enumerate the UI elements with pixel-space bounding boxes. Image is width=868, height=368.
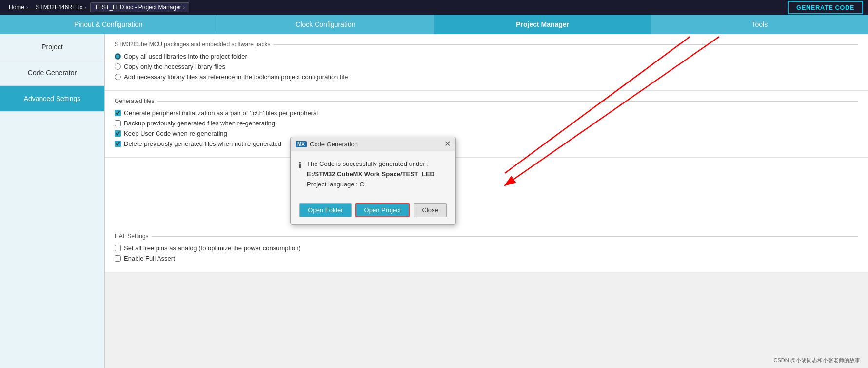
- generate-code-button[interactable]: GENERATE CODE: [788, 1, 863, 14]
- radio-copy-all-input[interactable]: [115, 53, 121, 60]
- radio-add-reference: Add necessary library files as reference…: [115, 73, 858, 81]
- chk-free-pins: Set all free pins as analog (to optimize…: [115, 245, 858, 252]
- breadcrumb-project[interactable]: TEST_LED.ioc - Project Manager ›: [90, 2, 189, 12]
- breadcrumb-chevron-2: ›: [183, 5, 185, 10]
- content-wrapper: STM32Cube MCU packages and embedded soft…: [105, 34, 868, 368]
- tab-project-manager[interactable]: Project Manager: [434, 15, 651, 34]
- main-nav: Pinout & Configuration Clock Configurati…: [0, 15, 868, 34]
- chk-backup-input[interactable]: [115, 120, 121, 126]
- mcu-packages-section: STM32Cube MCU packages and embedded soft…: [105, 34, 868, 91]
- radio-add-reference-input[interactable]: [115, 74, 121, 80]
- radio-copy-necessary-label: Copy only the necessary library files: [124, 63, 225, 70]
- tab-pinout[interactable]: Pinout & Configuration: [0, 15, 217, 34]
- breadcrumb-project-label: TEST_LED.ioc - Project Manager: [95, 4, 181, 11]
- chk-free-pins-input[interactable]: [115, 245, 121, 251]
- footer-watermark: CSDN @小胡同志和小张老师的故事: [774, 357, 860, 364]
- dialog-close-button[interactable]: ✕: [444, 140, 451, 148]
- radio-copy-all: Copy all used libraries into the project…: [115, 53, 858, 60]
- generated-files-title: Generated files: [115, 98, 858, 104]
- top-bar: Home › STM32F446RETx › TEST_LED.ioc - Pr…: [0, 0, 868, 15]
- dialog-message-line1: The Code is successfully generated under…: [307, 159, 434, 169]
- chk-backup: Backup previously generated files when r…: [115, 120, 858, 127]
- breadcrumb-chip-label: STM32F446RETx: [36, 4, 82, 11]
- chk-generate-peripheral-input[interactable]: [115, 110, 121, 116]
- chk-delete-files: Delete previously generated files when n…: [115, 140, 858, 147]
- dialog-footer: Open Folder Open Project Close: [291, 199, 455, 224]
- chk-keep-user-code-input[interactable]: [115, 130, 121, 137]
- dialog-title-area: MX Code Generation: [296, 141, 358, 148]
- mcu-packages-title: STM32Cube MCU packages and embedded soft…: [115, 41, 858, 48]
- hal-settings-title: HAL Settings: [115, 233, 858, 240]
- sidebar-item-advanced-settings[interactable]: Advanced Settings: [0, 86, 104, 112]
- dialog-header: MX Code Generation ✕: [291, 137, 455, 151]
- chk-backup-label: Backup previously generated files when r…: [124, 120, 275, 127]
- tab-tools[interactable]: Tools: [651, 15, 868, 34]
- dialog-body: ℹ The Code is successfully generated und…: [291, 151, 455, 199]
- hal-settings-section: HAL Settings Set all free pins as analog…: [105, 226, 868, 272]
- radio-copy-necessary: Copy only the necessary library files: [115, 63, 858, 70]
- breadcrumb-chevron-0: ›: [26, 5, 28, 10]
- chk-delete-files-input[interactable]: [115, 141, 121, 147]
- close-button[interactable]: Close: [414, 203, 446, 217]
- dialog-info-row: ℹ The Code is successfully generated und…: [298, 159, 448, 189]
- chk-full-assert: Enable Full Assert: [115, 255, 858, 262]
- chk-keep-user-code-label: Keep User Code when re-generating: [124, 130, 227, 137]
- chk-delete-files-label: Delete previously generated files when n…: [124, 140, 281, 147]
- info-icon: ℹ: [298, 160, 302, 171]
- dialog-message: The Code is successfully generated under…: [307, 159, 434, 189]
- generated-files-section: Generated files Generate peripheral init…: [105, 91, 868, 158]
- dialog-path: E:/STM32 CubeMX Work Space/TEST_LED: [307, 169, 434, 180]
- sidebar: Project Code Generator Advanced Settings: [0, 34, 105, 368]
- tab-pinout-label: Pinout & Configuration: [74, 20, 142, 28]
- radio-add-reference-label: Add necessary library files as reference…: [124, 73, 348, 81]
- tab-clock[interactable]: Clock Configuration: [217, 15, 434, 34]
- breadcrumb-home[interactable]: Home ›: [5, 4, 32, 11]
- open-folder-button[interactable]: Open Folder: [299, 203, 351, 217]
- chk-free-pins-label: Set all free pins as analog (to optimize…: [124, 245, 301, 252]
- chk-generate-peripheral-label: Generate peripheral initialization as a …: [124, 109, 318, 117]
- radio-copy-all-label: Copy all used libraries into the project…: [124, 53, 247, 60]
- code-generation-dialog: MX Code Generation ✕ ℹ The Code is succe…: [290, 137, 456, 225]
- chk-keep-user-code: Keep User Code when re-generating: [115, 130, 858, 137]
- sidebar-item-code-generator[interactable]: Code Generator: [0, 60, 104, 86]
- breadcrumb-chip[interactable]: STM32F446RETx ›: [32, 4, 90, 11]
- dialog-language: Project language : C: [307, 180, 434, 190]
- chk-full-assert-label: Enable Full Assert: [124, 255, 175, 262]
- mx-badge: MX: [296, 141, 307, 147]
- open-project-button[interactable]: Open Project: [355, 203, 410, 217]
- chk-full-assert-input[interactable]: [115, 255, 121, 262]
- sidebar-item-project[interactable]: Project: [0, 34, 104, 60]
- breadcrumb-chevron-1: ›: [84, 5, 86, 10]
- tab-tools-label: Tools: [752, 20, 768, 28]
- dialog-title: Code Generation: [310, 141, 358, 148]
- main-panel: STM32Cube MCU packages and embedded soft…: [105, 34, 868, 272]
- content-area: Project Code Generator Advanced Settings…: [0, 34, 868, 368]
- tab-project-manager-label: Project Manager: [516, 20, 569, 28]
- chk-generate-peripheral: Generate peripheral initialization as a …: [115, 109, 858, 117]
- breadcrumb-home-label: Home: [9, 4, 24, 11]
- radio-copy-necessary-input[interactable]: [115, 63, 121, 70]
- tab-clock-label: Clock Configuration: [296, 20, 355, 28]
